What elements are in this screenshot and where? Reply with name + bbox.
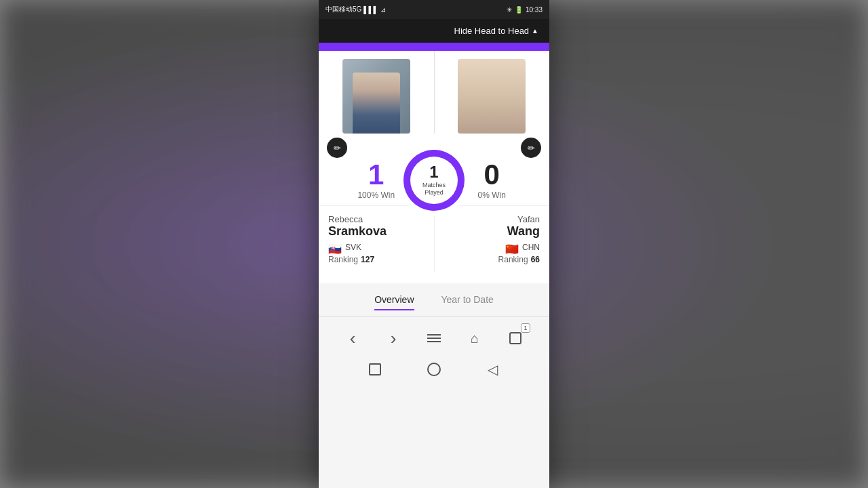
edit-left-icon: ✏	[334, 143, 341, 153]
circle-border: 1 Matches Played	[403, 150, 465, 211]
hide-label: Hide Head to Head	[454, 26, 530, 36]
player-left-first-name: Rebecca	[328, 214, 425, 224]
player-right-score: 0	[484, 161, 500, 189]
nav-row-top: ‹ › ⌂ 1	[319, 322, 549, 354]
player-left-flag: 🇸🇰	[328, 243, 342, 252]
tab-year-to-date[interactable]: Year to Date	[441, 294, 494, 310]
player-left-photo-section	[319, 51, 435, 134]
matches-label: Matches Played	[422, 182, 446, 197]
nav-row-bottom: ◁	[319, 354, 549, 387]
player-right-country: CHN	[522, 243, 540, 252]
wifi-icon: ⊿	[380, 6, 386, 14]
forward-icon: ›	[391, 328, 397, 349]
player-right-ranking-label: Ranking	[498, 255, 528, 264]
player-left-flag-row: 🇸🇰 SVK	[328, 243, 425, 252]
player-left-ranking-label: Ranking	[328, 255, 358, 264]
player-left-country: SVK	[345, 243, 361, 252]
battery-icon: 🔋	[515, 6, 523, 14]
menu-button[interactable]	[422, 326, 446, 350]
player-right-ranking-value: 66	[531, 255, 540, 264]
player-right-flag-row: 🇨🇳 CHN	[444, 243, 540, 252]
back-button[interactable]: ‹	[340, 326, 365, 350]
forward-button[interactable]: ›	[381, 326, 406, 350]
menu-icon	[427, 334, 441, 342]
purple-accent-bar	[319, 43, 549, 51]
player-left-photo	[342, 59, 410, 134]
head-to-head-card: ✏ ✏ 1 100% Win 1 Matches Played	[319, 51, 549, 283]
header-bar: Hide Head to Head ▲	[319, 19, 549, 43]
circle-button[interactable]	[422, 357, 446, 382]
hide-head-to-head-button[interactable]: Hide Head to Head ▲	[454, 26, 538, 36]
player-right-ranking-row: Ranking 66	[444, 255, 540, 264]
player-left-score: 1	[368, 161, 384, 189]
player-right-win-pct: 0% Win	[478, 190, 506, 200]
phone-container: 中国移动5G ▌▌▌ ⊿ ✳ 🔋 10:33 Hide Head to Head…	[319, 0, 549, 488]
names-row: Rebecca Sramkova 🇸🇰 SVK Ranking 127 Yafa…	[319, 205, 549, 272]
player-left-win-pct: 100% Win	[357, 190, 395, 200]
home-button[interactable]: ⌂	[462, 326, 487, 350]
back-icon: ‹	[350, 328, 356, 349]
clock-display: 10:33	[526, 6, 542, 14]
circle-inner: 1 Matches Played	[410, 157, 458, 204]
tabs-row: Overview Year to Date	[319, 283, 549, 316]
player-left-ranking-row: Ranking 127	[328, 255, 425, 264]
player-left-last-name: Sramkova	[328, 224, 425, 239]
player-left-ranking-value: 127	[361, 255, 374, 264]
tab-button[interactable]: 1	[503, 326, 528, 350]
matches-played-circle: 1 Matches Played	[403, 150, 465, 211]
tab-overview[interactable]: Overview	[374, 294, 414, 310]
player-right-flag: 🇨🇳	[505, 243, 519, 252]
status-bar: 中国移动5G ▌▌▌ ⊿ ✳ 🔋 10:33	[319, 0, 549, 19]
tab-icon	[509, 332, 521, 344]
signal-icon: ▌▌▌	[363, 6, 378, 14]
square-icon	[369, 363, 381, 375]
players-photos-row	[319, 51, 549, 134]
bottom-nav: ‹ › ⌂ 1	[319, 317, 549, 390]
matches-count: 1	[429, 164, 438, 180]
circle-icon	[427, 363, 441, 376]
player-right-last-name: Wang	[444, 224, 540, 239]
status-left: 中国移动5G ▌▌▌ ⊿	[326, 5, 386, 14]
player-right-first-name: Yafan	[444, 214, 540, 224]
scores-row: 1 100% Win 1 Matches Played 0 0% Win	[319, 155, 549, 205]
edit-right-icon: ✏	[528, 143, 535, 153]
tab-badge: 1	[521, 323, 530, 333]
triangle-back-button[interactable]: ◁	[481, 357, 505, 382]
player-right-photo	[458, 59, 526, 134]
bluetooth-icon: ✳	[507, 6, 512, 14]
home-icon: ⌂	[471, 331, 479, 346]
carrier-text: 中国移动5G	[326, 5, 361, 14]
player-left-name-section: Rebecca Sramkova 🇸🇰 SVK Ranking 127	[319, 206, 435, 272]
status-right: ✳ 🔋 10:33	[507, 6, 542, 14]
player-right-name-section: Yafan Wang 🇨🇳 CHN Ranking 66	[435, 206, 550, 272]
square-button[interactable]	[363, 357, 387, 382]
chevron-up-icon: ▲	[532, 27, 538, 35]
triangle-back-icon: ◁	[488, 361, 498, 378]
player-right-photo-section	[435, 51, 550, 134]
